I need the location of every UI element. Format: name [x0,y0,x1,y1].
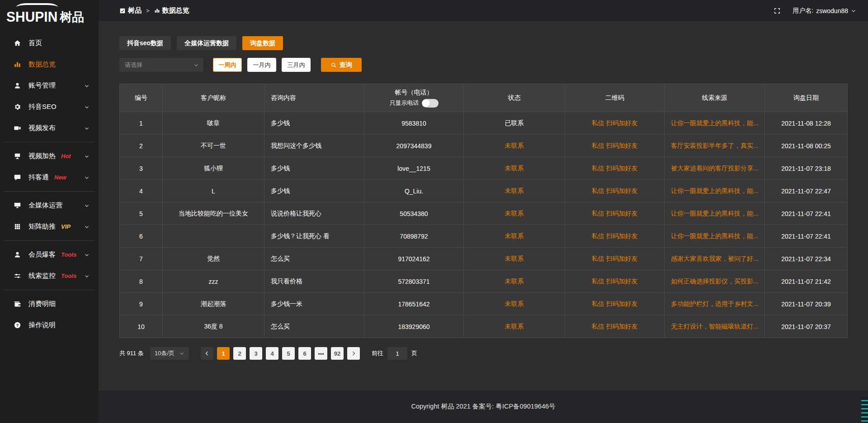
range-button-2[interactable]: 三月内 [282,58,311,72]
tab-2[interactable]: 询盘数据 [242,36,283,50]
menu-divider [4,191,95,192]
qr-link[interactable]: 私信 扫码加好友 [565,315,665,338]
source-link[interactable]: 如何正确选择投影仪，买投影... [665,270,765,293]
page-button-6[interactable]: 6 [298,347,311,360]
cell-id: 8 [120,270,163,293]
sidebar-item-douyin-seo[interactable]: 抖音SEO [0,96,99,118]
source-link[interactable]: 客厅安装投影半年多了，真实... [665,135,765,157]
source-link[interactable]: 感谢大家喜欢我家，被问了好... [665,248,765,270]
tab-0[interactable]: 抖音seo数据 [119,36,171,50]
filter-select[interactable]: 请选择 [119,58,203,72]
page-ellipsis-button[interactable]: ••• [315,347,327,360]
qr-link[interactable]: 私信 扫码加好友 [565,248,665,270]
qr-link[interactable]: 私信 扫码加好友 [565,270,665,293]
logo[interactable]: SHUPIN树品 [0,0,99,29]
breadcrumb-site[interactable]: 树品 [119,6,142,15]
cell-content: 怎么买 [264,315,364,338]
qr-link[interactable]: 私信 扫码加好友 [565,202,665,225]
menu-divider [4,142,95,142]
sidebar-item-data-overview[interactable]: 数据总览 [0,54,99,75]
tab-1[interactable]: 全媒体运营数据 [177,36,236,50]
chevron-down-icon [179,351,184,356]
fullscreen-icon[interactable] [774,7,781,14]
status-badge: 未联系 [464,270,565,293]
breadcrumb-page[interactable]: 数据总览 [154,6,189,15]
cell-content: 多少钱？让我死心 看 [264,225,364,248]
sidebar-item-label: 抖客通 [28,173,49,182]
table-row: 1036度 8怎么买183929060未联系私信 扫码加好友无主灯设计，智能磁吸… [120,315,848,338]
user-menu[interactable]: 用户名: zswodun88 [793,7,856,15]
goto-suffix: 页 [411,349,417,357]
floating-widget[interactable] [861,397,868,423]
breadcrumb-site-label: 树品 [128,6,142,15]
cell-content: 多少钱 [264,180,364,202]
page-button-4[interactable]: 4 [266,347,278,360]
goto-page-input[interactable] [387,347,407,360]
sidebar-item-media-ops[interactable]: 全媒体运营 [0,195,99,216]
cell-date: 2021-11-07 22:41 [765,202,848,225]
table-row: 1啵章多少钱9583810已联系私信 扫码加好友让你一眼就爱上的黑科技，能...… [120,112,848,135]
table-row: 2不可一世我想问这个多少钱2097344839未联系私信 扫码加好友客厅安装投影… [120,135,848,157]
cell-content: 多少钱一米 [264,293,364,315]
sidebar-item-consume-detail[interactable]: 消费明细 [0,293,99,315]
sidebar-item-member-burst[interactable]: 会员爆客Tools [0,244,99,265]
table-row: 3狐小狸多少钱love__1215未联系私信 扫码加好友被大家追着问的客厅投影分… [120,157,848,180]
page-button-3[interactable]: 3 [250,347,262,360]
source-link[interactable]: 让你一眼就爱上的黑科技，能... [665,202,765,225]
chevron-down-icon [84,83,90,89]
source-link[interactable]: 让你一眼就爱上的黑科技，能... [665,112,765,135]
source-link[interactable]: 被大家追着问的客厅投影分享... [665,157,765,180]
cell-nickname: 36度 8 [163,315,264,338]
breadcrumb-page-label: 数据总览 [162,6,189,15]
sidebar-item-video-heat[interactable]: 视频加热Hot [0,146,99,167]
page-size-select[interactable]: 10条/页 [150,347,189,360]
table-header-row: 编号客户昵称咨询内容帐号（电话）只显示电话状态二维码线索来源询盘日期 [120,84,848,112]
source-link[interactable]: 让你一眼就爱上的黑科技，能... [665,225,765,248]
table-body: 1啵章多少钱9583810已联系私信 扫码加好友让你一眼就爱上的黑科技，能...… [120,112,848,338]
range-button-0[interactable]: 一周内 [213,58,242,72]
sidebar-item-video-publish[interactable]: 视频发布 [0,118,99,139]
sidebar-item-matrix-boost[interactable]: 矩阵助推VIP [0,216,99,237]
page-button-1[interactable]: 1 [217,347,230,360]
monitor-icon [13,202,22,209]
sidebar-item-lead-monitor[interactable]: 线索监控Tools [0,265,99,287]
query-button[interactable]: 查询 [321,58,362,72]
sidebar-item-account[interactable]: 账号管理 [0,75,99,96]
phone-only-toggle[interactable] [422,99,439,108]
sidebar-item-home[interactable]: 首页 [0,33,99,54]
page-button-2[interactable]: 2 [233,347,246,360]
prev-page-button[interactable] [201,347,213,360]
range-buttons: 一周内一月内三月内 [213,58,311,72]
page-button-5[interactable]: 5 [282,347,295,360]
cell-id: 2 [120,135,163,157]
cell-nickname: L [163,180,264,202]
chevron-down-icon [193,62,199,68]
qr-link[interactable]: 私信 扫码加好友 [565,157,665,180]
cell-content: 说说价格让我死心 [264,202,364,225]
phone-toggle-label: 只显示电话 [390,99,419,107]
qr-link[interactable]: 私信 扫码加好友 [565,293,665,315]
qr-link[interactable]: 私信 扫码加好友 [565,225,665,248]
toggle-knob [422,99,430,107]
cell-account: 183929060 [364,315,464,338]
qr-link[interactable]: 私信 扫码加好友 [565,112,665,135]
qr-link[interactable]: 私信 扫码加好友 [565,135,665,157]
source-link[interactable]: 多功能护栏灯，适用于乡村文... [665,293,765,315]
source-link[interactable]: 让你一眼就爱上的黑科技，能... [665,180,765,202]
sidebar-item-douketong[interactable]: 抖客通New [0,167,99,188]
table-row: 8zzz我只看价格572803371未联系私信 扫码加好友如何正确选择投影仪，买… [120,270,848,293]
source-link[interactable]: 无主灯设计，智能磁吸轨道灯... [665,315,765,338]
status-badge: 未联系 [464,135,565,157]
next-page-button[interactable] [347,347,360,360]
cell-nickname: 潮起潮落 [163,293,264,315]
table-row: 7觉然怎么买917024162未联系私信 扫码加好友感谢大家喜欢我家，被问了好.… [120,248,848,270]
status-badge: 未联系 [464,202,565,225]
table-row: 9潮起潮落多少钱一米178651642未联系私信 扫码加好友多功能护栏灯，适用于… [120,293,848,315]
menu-badge: Hot [61,153,71,160]
column-header-1: 客户昵称 [163,84,264,112]
qr-link[interactable]: 私信 扫码加好友 [565,180,665,202]
sidebar-item-help[interactable]: ?操作说明 [0,315,99,336]
page-button-92[interactable]: 92 [331,347,344,360]
range-button-1[interactable]: 一月内 [247,58,276,72]
menu-divider [4,290,95,290]
